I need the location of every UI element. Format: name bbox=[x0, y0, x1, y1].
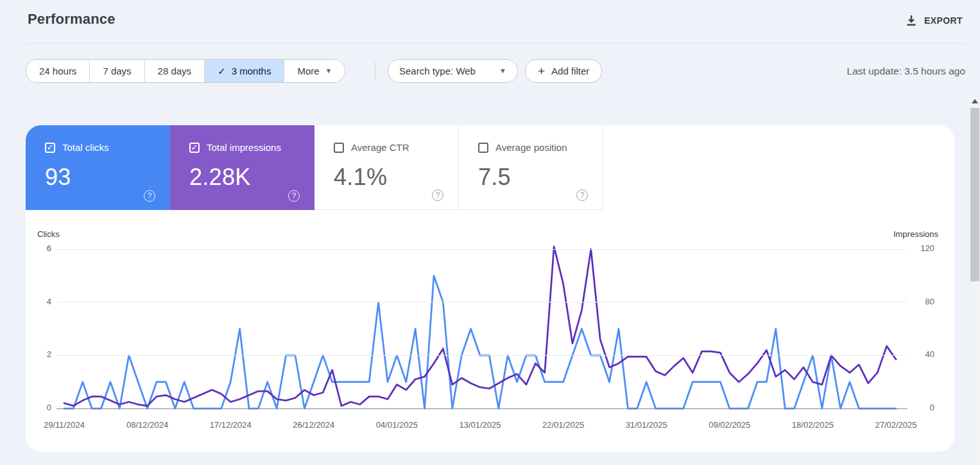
chevron-down-icon: ▼ bbox=[499, 67, 506, 75]
add-filter-label: Add filter bbox=[551, 66, 589, 76]
search-type-label: Search type: Web bbox=[399, 66, 476, 76]
average-position-checkbox[interactable] bbox=[478, 143, 488, 153]
vertical-scrollbar[interactable] bbox=[970, 96, 980, 465]
date-range-segmented-control: 24 hours7 days28 days✓3 monthsMore▼ bbox=[26, 59, 345, 83]
date-range-more[interactable]: More▼ bbox=[284, 60, 345, 82]
header-divider bbox=[26, 43, 967, 44]
date-range-label: 28 days bbox=[158, 66, 192, 76]
search-type-dropdown[interactable]: Search type: Web ▼ bbox=[388, 59, 518, 83]
metric-label: Total clicks bbox=[62, 142, 109, 153]
download-icon bbox=[906, 15, 917, 26]
date-range-label: 3 months bbox=[232, 66, 271, 76]
metric-value: 2.28K bbox=[189, 164, 314, 191]
performance-report-card: ✓ Total clicks 93 ? ✓ Total impressions … bbox=[26, 125, 954, 452]
scroll-up-arrow-icon[interactable] bbox=[972, 99, 978, 103]
date-range-7-days[interactable]: 7 days bbox=[89, 60, 144, 82]
help-icon[interactable]: ? bbox=[432, 189, 443, 201]
average-ctr-checkbox[interactable] bbox=[334, 143, 344, 153]
date-range-3-months[interactable]: ✓3 months bbox=[204, 60, 284, 82]
help-icon[interactable]: ? bbox=[576, 189, 588, 201]
date-range-28-days[interactable]: 28 days bbox=[144, 60, 205, 82]
metric-label: Average position bbox=[495, 142, 567, 153]
total-clicks-checkbox[interactable]: ✓ bbox=[45, 143, 55, 153]
date-range-24-hours[interactable]: 24 hours bbox=[26, 60, 89, 82]
checkmark-icon: ✓ bbox=[218, 66, 226, 77]
metric-card-average-ctr[interactable]: Average CTR 4.1% ? bbox=[314, 125, 459, 210]
help-icon[interactable]: ? bbox=[144, 190, 155, 202]
date-range-label: 7 days bbox=[103, 66, 131, 76]
total-impressions-checkbox[interactable]: ✓ bbox=[189, 143, 200, 153]
metric-value: 4.1% bbox=[334, 164, 458, 191]
export-label: EXPORT bbox=[924, 15, 963, 26]
page-title: Performance bbox=[28, 11, 116, 28]
metric-cards-row: ✓ Total clicks 93 ? ✓ Total impressions … bbox=[26, 125, 603, 210]
date-range-label: More bbox=[297, 66, 319, 76]
metric-label: Average CTR bbox=[351, 142, 409, 153]
metric-value: 93 bbox=[45, 164, 170, 191]
chevron-down-icon: ▼ bbox=[325, 67, 332, 75]
metric-value: 7.5 bbox=[478, 164, 603, 191]
filter-separator bbox=[375, 62, 375, 80]
help-icon[interactable]: ? bbox=[288, 190, 300, 202]
add-filter-button[interactable]: + Add filter bbox=[525, 59, 602, 83]
plus-icon: + bbox=[538, 65, 545, 77]
date-range-label: 24 hours bbox=[39, 66, 76, 76]
filter-bar: 24 hours7 days28 days✓3 monthsMore▼ Sear… bbox=[0, 59, 980, 83]
metric-card-total-impressions[interactable]: ✓ Total impressions 2.28K ? bbox=[170, 125, 314, 210]
last-update-text: Last update: 3.5 hours ago bbox=[847, 59, 965, 83]
metric-card-total-clicks[interactable]: ✓ Total clicks 93 ? bbox=[26, 125, 170, 210]
metric-label: Total impressions bbox=[207, 142, 281, 153]
export-button[interactable]: EXPORT bbox=[906, 12, 963, 30]
scrollbar-thumb[interactable] bbox=[970, 108, 979, 281]
metric-card-average-position[interactable]: Average position 7.5 ? bbox=[459, 125, 603, 210]
performance-page: Performance EXPORT 24 hours7 days28 days… bbox=[0, 0, 980, 465]
